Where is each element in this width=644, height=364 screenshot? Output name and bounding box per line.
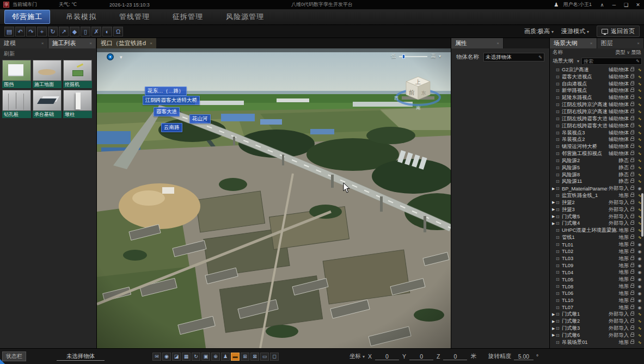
asset-card[interactable]: 围挡 <box>2 60 31 88</box>
menu-tab[interactable]: 征拆管理 <box>165 10 210 23</box>
lock-icon[interactable] <box>630 334 634 337</box>
object-name-field[interactable]: ✎ <box>483 53 544 61</box>
scene-tree-row[interactable]: ▶ ⊡ TL09 地形 <box>550 262 644 269</box>
scene-tree-row[interactable]: ▶ ⊡ 锡澄运河特大桥 辅助物体 <box>550 143 644 150</box>
expand-arrow-icon[interactable]: ▶ <box>552 333 556 337</box>
menu-tab[interactable]: 风险源管理 <box>219 10 271 23</box>
lock-icon[interactable] <box>630 313 634 316</box>
snap-grid-icon[interactable]: ▦ <box>182 353 191 361</box>
lock-icon[interactable] <box>630 257 634 260</box>
properties-tab[interactable]: 属性 × <box>451 38 504 48</box>
visibility-eye-icon[interactable] <box>637 151 642 156</box>
navigation-cube[interactable]: 西 南 上 前 东 <box>392 71 444 114</box>
screen-icon[interactable]: ▭ <box>260 353 269 361</box>
visibility-eye-icon[interactable] <box>637 144 642 149</box>
rotation-precision-field[interactable]: 5.00 <box>514 353 533 360</box>
lock-icon[interactable] <box>630 159 634 162</box>
scene-tree-row[interactable]: ▶ ⊡ 邻营施工模拟视点 辅助物体 <box>550 150 644 157</box>
z-coordinate-field[interactable]: 0 <box>443 353 467 360</box>
collapse-button[interactable]: ∧ <box>596 0 608 9</box>
lock-icon[interactable] <box>630 271 634 274</box>
coords-dropdown[interactable]: 坐标▾ <box>349 353 365 360</box>
asset-card[interactable]: 承台基础 <box>33 90 62 118</box>
visibility-eye-icon[interactable] <box>637 158 642 163</box>
y-coordinate-field[interactable]: 0 <box>409 353 433 360</box>
expand-arrow-icon[interactable]: ▶ <box>552 326 556 331</box>
lock-icon[interactable] <box>630 299 634 302</box>
scene-tree-row[interactable]: ▶ ⊡ TL05 地形 <box>550 276 644 283</box>
undo-icon[interactable]: ↶ <box>15 27 25 36</box>
paint-icon[interactable]: ◪ <box>172 353 181 361</box>
visibility-eye-icon[interactable] <box>637 137 642 142</box>
visibility-eye-icon[interactable] <box>637 242 642 247</box>
scene-tree-row[interactable]: ▶ ⊡ 江阴左线跨京沪高速公路 辅助物体 <box>550 101 644 108</box>
scene-tree-row[interactable]: ▶ ⊡ TL06 地形 <box>550 290 644 297</box>
record-icon[interactable]: ▣ <box>201 353 210 361</box>
close-icon[interactable]: × <box>41 41 44 46</box>
menu-tab[interactable]: 管线管理 <box>112 10 157 23</box>
viewport-scene[interactable]: 花东…（…路）江阴跨霞客大道特大桥霞客大道花山河云南路 ▾ 低 高 ▾ 西 <box>97 48 451 348</box>
visibility-eye-icon[interactable] <box>637 116 642 121</box>
scene-tree-row[interactable]: ▶ ⊡ TL04 地形 <box>550 269 644 276</box>
visibility-eye-icon[interactable] <box>637 172 642 177</box>
lock-icon[interactable] <box>630 96 634 99</box>
map-annotation-label[interactable]: 江阴跨霞客大道特大桥 <box>143 96 200 105</box>
lock-icon[interactable]: Ω <box>113 27 123 36</box>
visibility-eye-icon[interactable] <box>637 179 642 184</box>
lock-icon[interactable] <box>630 76 634 78</box>
expand-arrow-icon[interactable]: ▶ <box>552 200 556 205</box>
lock-icon[interactable] <box>630 83 634 85</box>
expand-arrow-icon[interactable]: ▶ <box>552 312 556 317</box>
paste-icon[interactable]: ▯ <box>81 27 90 36</box>
lock-icon[interactable] <box>630 341 634 344</box>
terrain-icon[interactable]: ▬ <box>231 353 240 361</box>
lock-icon[interactable] <box>630 180 634 183</box>
visibility-eye-icon[interactable] <box>637 95 642 100</box>
expand-arrow-icon[interactable]: ▶ <box>552 214 556 219</box>
scene-tree-row[interactable]: ▶ ⊡ 风险源5 静态 <box>550 164 644 171</box>
lock-icon[interactable] <box>630 208 634 211</box>
scene-tree-row[interactable]: ▶ ⊡ 江阴右线跨霞客大道特大 辅助物体 <box>550 122 644 129</box>
grab-icon[interactable]: ◆ <box>70 27 79 36</box>
scale-icon[interactable]: ↗ <box>59 27 69 36</box>
scene-tree-row[interactable]: ▶ ⊡ 管线1 地形 <box>550 234 644 241</box>
scene-tree-row[interactable]: ▶ ⊡ TL03 地形 <box>550 255 644 262</box>
close-button[interactable]: ✕ <box>632 0 644 9</box>
left-panel-tab[interactable]: 建模× <box>0 38 48 48</box>
scene-tree-row[interactable]: ▶ ⊡ TL07 地形 <box>550 304 644 311</box>
outline-panel-tab[interactable]: 场景大纲× <box>550 38 597 48</box>
scene-tree-row[interactable]: ▶ ⊡ TL02 地形 <box>550 248 644 255</box>
scene-tree-row[interactable]: ▶ ⊡ 霞客大道视点 辅助物体 <box>550 73 644 81</box>
lock-icon[interactable] <box>630 166 634 169</box>
lock-icon[interactable] <box>630 306 634 309</box>
minimize-button[interactable]: ─ <box>608 0 620 9</box>
scene-tree-row[interactable]: ▶ ⊡ 延陵东路视点 辅助物体 <box>550 94 644 101</box>
visibility-eye-icon[interactable] <box>637 270 642 275</box>
visibility-eye-icon[interactable] <box>637 312 642 317</box>
slider-thumb[interactable] <box>402 54 405 59</box>
character-icon[interactable]: ♟ <box>221 353 230 361</box>
close-icon[interactable]: × <box>590 41 593 46</box>
scene-tree-row[interactable]: ▶ ⊡ TL10 地形 <box>550 297 644 304</box>
scene-tree-row[interactable]: ▶ ⊡ 盐宜铁路金线_1 地形 <box>550 192 644 199</box>
layers-icon[interactable]: ⊞ <box>241 353 249 361</box>
lock-icon[interactable] <box>630 110 634 113</box>
scene-tree-row[interactable]: ▶ ⊡ TL01 地形 <box>550 241 644 248</box>
lock-icon[interactable] <box>630 327 634 330</box>
visibility-eye-icon[interactable] <box>637 340 642 345</box>
lock-icon[interactable] <box>630 201 634 204</box>
visibility-eye-icon[interactable] <box>637 67 642 72</box>
outline-panel-tab[interactable]: 图层× <box>597 38 644 48</box>
close-icon[interactable]: × <box>637 41 640 46</box>
scope-dropdown[interactable]: 场景大纲▾ <box>553 58 579 65</box>
scene-tree-row[interactable]: ▶ ⊡ 江阴左线跨霞客大道特大 辅助物体 <box>550 115 644 122</box>
camera-view-icon[interactable]: ◉ <box>162 353 171 361</box>
asset-card[interactable]: 施工地面 <box>33 60 62 88</box>
rotate-icon[interactable]: ↻ <box>48 27 58 36</box>
scene-tree-row[interactable]: ▶ ⊡ 门式墩6 外部导入 <box>550 332 644 339</box>
focus-icon[interactable]: ◐ <box>102 27 112 36</box>
type-column-header[interactable]: 类型 <box>615 49 625 56</box>
lock-icon[interactable] <box>630 229 634 232</box>
lock-icon[interactable] <box>630 243 634 246</box>
lock-icon[interactable] <box>630 145 634 148</box>
